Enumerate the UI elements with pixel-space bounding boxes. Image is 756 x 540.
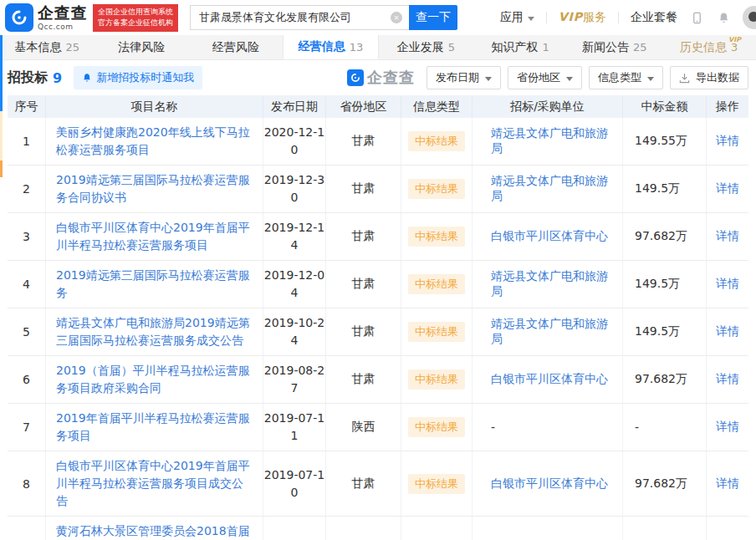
org-link[interactable]: 靖远县文体广电和旅游局 (491, 317, 619, 347)
project-title-cell: 2019靖远第三届国际马拉松赛运营服务合同协议书 (46, 166, 263, 212)
org-cell: - (472, 404, 623, 451)
detail-link[interactable]: 详情 (716, 134, 739, 149)
tab-基本信息[interactable]: 基本信息25 (0, 35, 94, 59)
info-type-cell: 中标结果 (401, 356, 472, 403)
province: 甘肃 (326, 261, 401, 308)
search-area: × 查一下 (190, 5, 457, 30)
tab-知识产权[interactable]: 知识产权1 (473, 35, 568, 59)
action-cell: 详情 (707, 356, 748, 403)
publish-date: 2018-05-14 (263, 517, 326, 540)
org-cell: 靖远县文体广电和旅游局 (472, 118, 623, 165)
filter-province[interactable]: 省份地区 (508, 66, 582, 89)
apps-menu[interactable]: 应用 (500, 10, 534, 25)
winning-amount: 149.5万 (623, 261, 707, 308)
notify-me-label: 新增招投标时通知我 (96, 70, 194, 85)
notification-bell-icon[interactable] (716, 10, 731, 25)
tab-新闻公告[interactable]: 新闻公告25 (568, 35, 662, 59)
info-type-badge: 中标结果 (408, 274, 465, 294)
filter-info-type-label: 信息类型 (598, 70, 641, 85)
project-title-link[interactable]: 美丽乡村健康跑2020年线上线下马拉松赛运营服务项目 (56, 124, 254, 159)
org-link[interactable]: 白银市平川区体育中心 (491, 372, 608, 387)
filter-publish-date[interactable]: 发布日期 (427, 66, 501, 89)
bidding-table: 序号 项目名称 发布日期 省份地区 信息类型 招标/采购单位 中标金额 操作 1… (8, 95, 748, 540)
tab-法律风险[interactable]: 法律风险 (94, 35, 189, 59)
action-cell: 详情 (707, 308, 748, 355)
col-header-index: 序号 (8, 95, 46, 118)
row-index: 7 (8, 404, 46, 451)
project-title-cell: 白银市平川区体育中心2019年首届平川半程马拉松赛运营服务项目 (46, 213, 263, 260)
detail-link[interactable]: 详情 (716, 229, 739, 244)
action-cell: 详情 (707, 451, 748, 516)
tab-经营信息[interactable]: 经营信息13 (283, 35, 379, 59)
clear-search-icon[interactable]: × (391, 12, 402, 23)
left-edge-widget-orange (0, 160, 3, 177)
winning-amount: 149.55万 (623, 118, 707, 165)
table-row: 9黄河石林大景区管理委员会2018首届黄河石林国际百公里越野赛暨首届黄河石林国际… (8, 517, 748, 540)
tab-label: 历史信息 (680, 40, 727, 55)
filter-info-type[interactable]: 信息类型 (589, 66, 663, 89)
row-index: 2 (8, 166, 46, 212)
filter-province-label: 省份地区 (517, 70, 560, 85)
org-link[interactable]: 靖远县文体广电和旅游局 (491, 269, 619, 299)
mobile-app-icon[interactable] (689, 10, 704, 25)
project-title-link[interactable]: 白银市平川区体育中心2019年首届平川半程马拉松赛运营服务项目 (56, 219, 254, 254)
project-title-link[interactable]: 2019靖远第三届国际马拉松赛运营服务合同协议书 (56, 171, 254, 206)
org-link[interactable]: 靖远县文体广电和旅游局 (491, 174, 619, 204)
project-title-cell: 白银市平川区体育中心2019年首届平川半程马拉松赛运营服务项目成交公告 (46, 451, 263, 516)
row-index: 4 (8, 261, 46, 308)
user-avatar[interactable] (743, 6, 756, 29)
detail-link[interactable]: 详情 (716, 324, 739, 339)
tab-count: 25 (633, 41, 647, 53)
project-title-link[interactable]: 黄河石林大景区管理委员会2018首届黄河石林国际百公里越野赛暨首届黄河石林国际马… (56, 522, 254, 540)
col-header-date: 发布日期 (263, 95, 326, 118)
detail-link[interactable]: 详情 (716, 476, 739, 492)
table-row: 3白银市平川区体育中心2019年首届平川半程马拉松赛运营服务项目2019-12-… (8, 213, 748, 261)
qcc-logo[interactable]: 企查查 Qcc.com (5, 3, 88, 32)
tab-label: 新闻公告 (582, 40, 629, 55)
info-type-cell: 中标结果 (401, 404, 472, 451)
vip-service-link[interactable]: VIP服务 (559, 10, 606, 25)
notify-me-button[interactable]: 新增招投标时通知我 (74, 66, 202, 89)
info-type-cell: 中标结果 (401, 308, 472, 355)
col-header-type: 信息类型 (401, 95, 472, 118)
detail-link[interactable]: 详情 (716, 420, 739, 435)
tab-经营风险[interactable]: 经营风险 (189, 35, 284, 59)
qcc-logo-icon (5, 3, 33, 32)
section-title: 招投标 (8, 69, 48, 87)
tab-label: 经营信息 (299, 39, 345, 54)
row-index: 5 (8, 308, 46, 355)
org-link[interactable]: 白银市平川区体育中心 (491, 229, 608, 244)
export-data-button[interactable]: 导出数据 (670, 66, 748, 89)
org-cell: 靖远县文体广电和旅游局 (472, 166, 623, 212)
project-title-link[interactable]: 2019（首届）平川半程马拉松运营服务项目政府采购合同 (56, 362, 254, 397)
winning-amount: 150.0万 (623, 517, 707, 540)
row-index: 6 (8, 356, 46, 403)
detail-link[interactable]: 详情 (716, 181, 739, 196)
info-type-cell: 中标结果 (401, 118, 472, 165)
project-title-cell: 美丽乡村健康跑2020年线上线下马拉松赛运营服务项目 (46, 118, 263, 165)
search-input[interactable] (190, 5, 409, 30)
org-link[interactable]: 白银市平川区体育中心 (491, 476, 608, 492)
project-title-link[interactable]: 2019年首届平川半程马拉松赛运营服务项目 (56, 410, 254, 445)
project-title-cell: 靖远县文体广电和旅游局2019靖远第三届国际马拉松赛运营服务成交公告 (46, 308, 263, 355)
detail-link[interactable]: 详情 (716, 372, 739, 387)
tab-count: 1 (542, 41, 549, 53)
project-title-link[interactable]: 靖远县文体广电和旅游局2019靖远第三届国际马拉松赛运营服务成交公告 (56, 314, 254, 349)
download-icon (679, 73, 690, 84)
project-title-cell: 黄河石林大景区管理委员会2018首届黄河石林国际百公里越野赛暨首届黄河石林国际马… (46, 517, 263, 540)
tab-企业发展[interactable]: 企业发展5 (379, 35, 473, 59)
project-title-cell: 2019靖远第三届国际马拉松赛运营服务 (46, 261, 263, 308)
row-index: 9 (8, 517, 46, 540)
col-header-org: 招标/采购单位 (472, 95, 623, 118)
qcc-watermark: 企查查 (347, 68, 415, 88)
tab-count: 5 (448, 41, 455, 53)
detail-link[interactable]: 详情 (716, 277, 739, 292)
search-button[interactable]: 查一下 (409, 5, 457, 30)
enterprise-package-link[interactable]: 企业套餐 (631, 10, 677, 25)
tab-历史信息[interactable]: 历史信息3VIP (662, 35, 756, 59)
project-title-link[interactable]: 白银市平川区体育中心2019年首届平川半程马拉松赛运营服务项目成交公告 (56, 457, 254, 510)
info-type-badge: 中标结果 (408, 369, 465, 390)
project-title-link[interactable]: 2019靖远第三届国际马拉松赛运营服务 (56, 267, 254, 302)
tab-label: 经营风险 (212, 40, 259, 55)
org-link[interactable]: 靖远县文体广电和旅游局 (491, 126, 619, 156)
